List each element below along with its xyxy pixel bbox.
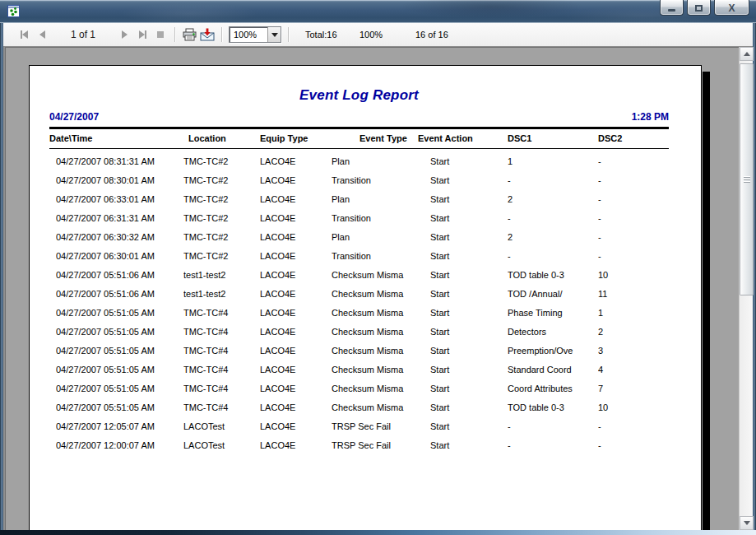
table-cell: Checksum Misma <box>332 270 430 280</box>
column-header-equip-type: Equip Type <box>260 133 346 143</box>
table-cell: Checksum Misma <box>332 289 430 299</box>
column-header-datetime: Date\Time <box>49 133 188 143</box>
page-number-label: 1 of 1 <box>56 29 110 40</box>
table-cell: 04/27/2007 06:33:01 AM <box>56 194 183 204</box>
table-cell: 11 <box>598 289 669 299</box>
table-cell: LACO4E <box>260 402 332 412</box>
maximize-icon <box>695 5 703 12</box>
table-cell: - <box>598 175 669 185</box>
table-cell: LACO4E <box>260 270 332 280</box>
next-page-button[interactable] <box>115 26 133 43</box>
table-cell: Start <box>430 232 508 242</box>
table-cell: Transition <box>332 213 430 223</box>
table-cell: Detectors <box>508 327 598 337</box>
table-cell: LACO4E <box>260 175 332 185</box>
first-page-icon-arrow <box>22 30 28 39</box>
vertical-scrollbar[interactable] <box>739 47 753 530</box>
close-icon: X <box>728 3 735 13</box>
table-cell: 04/27/2007 05:51:05 AM <box>56 365 183 374</box>
table-cell: test1-test2 <box>183 289 260 299</box>
table-cell: 04/27/2007 06:30:32 AM <box>56 232 183 242</box>
print-button[interactable] <box>180 26 198 43</box>
table-row: 04/27/2007 05:51:05 AMTMC-TC#4LACO4EChec… <box>56 360 669 379</box>
table-row: 04/27/2007 06:30:01 AMTMC-TC#2LACO4ETran… <box>56 246 669 265</box>
table-cell: TMC-TC#4 <box>183 384 260 393</box>
table-cell: - <box>598 156 669 166</box>
table-cell: 2 <box>508 194 598 204</box>
table-cell: 04/27/2007 05:51:06 AM <box>56 289 183 299</box>
table-cell: - <box>508 175 598 185</box>
last-page-icon <box>139 30 145 39</box>
stop-loading-button[interactable] <box>151 26 169 43</box>
last-page-button[interactable] <box>133 26 151 43</box>
table-cell: TMC-TC#2 <box>183 194 260 204</box>
previous-page-icon <box>39 30 45 39</box>
table-cell: LACO4E <box>260 213 332 223</box>
table-cell: Start <box>430 421 508 431</box>
table-cell: TMC-TC#4 <box>183 327 260 337</box>
table-cell: Start <box>430 213 508 223</box>
table-cell: - <box>598 194 669 204</box>
table-cell: Start <box>430 327 508 337</box>
table-row: 04/27/2007 06:31:31 AMTMC-TC#2LACO4ETran… <box>56 208 669 227</box>
table-cell: LACO4E <box>260 346 332 356</box>
close-button[interactable]: X <box>714 0 749 16</box>
table-cell: 04/27/2007 12:05:07 AM <box>56 421 183 431</box>
table-cell: - <box>598 213 669 223</box>
thumb-grip <box>744 177 750 178</box>
arrow-down-icon <box>744 521 750 525</box>
table-cell: LACO4E <box>260 440 332 450</box>
table-cell: Plan <box>332 232 430 242</box>
thumb-grip <box>744 182 750 183</box>
zoom-dropdown-button[interactable] <box>267 27 281 42</box>
table-cell: 1 <box>508 156 598 166</box>
export-button[interactable] <box>198 26 216 43</box>
table-cell: TMC-TC#2 <box>183 175 260 185</box>
report-page: Event Log Report 04/27/2007 1:28 PM Date… <box>29 65 702 530</box>
table-cell: LACO4E <box>260 421 332 431</box>
table-cell: Transition <box>332 251 430 261</box>
table-cell: LACO4E <box>260 327 332 337</box>
scroll-down-button[interactable] <box>740 516 754 530</box>
toolbar-separator <box>221 27 222 42</box>
table-body: 04/27/2007 08:31:31 AMTMC-TC#2LACO4EPlan… <box>49 151 669 454</box>
table-cell: Checksum Misma <box>332 346 430 356</box>
scroll-up-button[interactable] <box>740 47 754 61</box>
table-cell: LACO4E <box>260 289 332 299</box>
table-cell: Plan <box>332 156 430 166</box>
table-cell: 04/27/2007 06:31:31 AM <box>56 213 183 223</box>
report-viewer-window: X 1 of 1 <box>0 0 756 535</box>
table-cell: Preemption/Ove <box>508 346 598 356</box>
table-cell: 10 <box>598 270 669 280</box>
table-cell: LACOTest <box>183 421 260 431</box>
table-cell: Start <box>430 175 508 185</box>
table-cell: TMC-TC#4 <box>183 365 260 374</box>
table-cell: Checksum Misma <box>332 327 430 337</box>
table-row: 04/27/2007 05:51:06 AMtest1-test2LACO4EC… <box>56 284 669 303</box>
table-cell: LACOTest <box>183 440 260 450</box>
progress-percent-label: 100% <box>359 30 415 40</box>
maximize-button[interactable] <box>687 0 711 16</box>
table-cell: 7 <box>598 384 669 393</box>
printer-icon <box>183 28 197 41</box>
previous-page-button[interactable] <box>33 26 51 43</box>
thumb-grip <box>744 179 750 180</box>
column-header-dsc1: DSC1 <box>506 133 596 143</box>
report-time: 1:28 PM <box>632 111 669 123</box>
table-cell: Start <box>430 346 508 356</box>
record-count-label: 16 of 16 <box>415 30 448 40</box>
first-page-button[interactable] <box>15 26 33 43</box>
table-cell: LACO4E <box>260 194 332 204</box>
table-cell: TRSP Sec Fail <box>332 440 430 450</box>
table-cell: TRSP Sec Fail <box>332 421 430 431</box>
minimize-button[interactable] <box>660 0 684 16</box>
table-cell: LACO4E <box>260 308 332 318</box>
table-cell: Standard Coord <box>508 365 598 374</box>
export-icon <box>200 28 215 41</box>
zoom-combobox[interactable]: 100% <box>229 26 281 43</box>
table-cell: 04/27/2007 12:00:07 AM <box>56 440 183 450</box>
table-row: 04/27/2007 06:30:32 AMTMC-TC#2LACO4EPlan… <box>56 227 669 246</box>
titlebar[interactable]: X <box>0 0 756 23</box>
scrollbar-thumb[interactable] <box>740 63 754 295</box>
table-cell: 04/27/2007 05:51:05 AM <box>56 402 183 412</box>
